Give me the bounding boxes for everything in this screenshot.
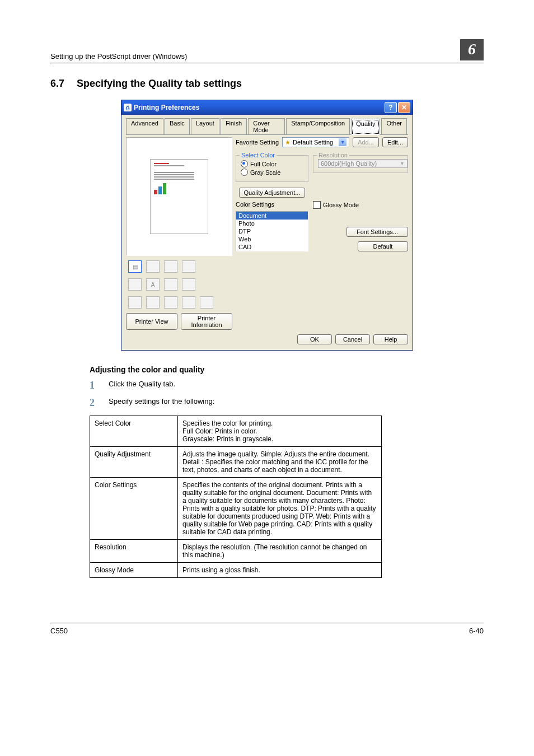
select-color-label: Select Color (240, 152, 277, 158)
gray-scale-radio[interactable]: Gray Scale (241, 169, 303, 176)
table-cell-key: Resolution (90, 540, 178, 563)
chapter-number: 6 (460, 39, 484, 60)
layout-thumb-7[interactable] (164, 278, 177, 291)
layout-thumb-9[interactable] (128, 296, 142, 309)
select-color-group: Select Color Full Color Gray Scale (236, 155, 308, 182)
chevron-down-icon: ▼ (400, 161, 405, 166)
cancel-button[interactable]: Cancel (335, 334, 370, 344)
layout-thumb-2[interactable] (146, 260, 160, 273)
printer-information-button[interactable]: Printer Information (181, 313, 232, 330)
list-item[interactable]: CAD (236, 243, 308, 251)
tab-cover-mode[interactable]: Cover Mode (248, 118, 285, 134)
titlebar-help-button[interactable]: ? (385, 102, 397, 113)
tab-quality[interactable]: Quality (351, 119, 380, 135)
subheading: Adjusting the color and quality (90, 365, 484, 374)
print-preview (126, 137, 232, 256)
layout-thumb-12[interactable] (182, 296, 195, 309)
footer-model: C550 (50, 627, 68, 635)
step-text: Click the Quality tab. (109, 380, 175, 391)
titlebar: ⎙ Printing Preferences ? ✕ (121, 100, 413, 115)
layout-thumb-3[interactable] (164, 260, 177, 273)
printer-view-button[interactable]: Printer View (126, 313, 177, 330)
tab-strip: Advanced Basic Layout Finish Cover Mode … (126, 118, 408, 135)
table-cell-key: Select Color (90, 416, 178, 447)
layout-thumb-6[interactable]: A (146, 278, 160, 291)
edit-favorite-button[interactable]: Edit... (382, 137, 408, 147)
tab-basic[interactable]: Basic (165, 118, 190, 134)
list-item[interactable]: Photo (236, 220, 308, 227)
table-row: Color Settings Specifies the contents of… (90, 478, 382, 540)
color-settings-label: Color Settings (236, 201, 274, 208)
full-color-radio[interactable]: Full Color (241, 160, 303, 167)
step-number: 1 (90, 380, 99, 391)
running-header: Setting up the PostScript driver (Window… (50, 52, 187, 60)
radio-icon (241, 160, 248, 167)
color-settings-listbox[interactable]: Document Photo DTP Web CAD (236, 211, 308, 251)
help-button[interactable]: Help (373, 334, 408, 344)
tab-finish[interactable]: Finish (221, 118, 247, 134)
font-settings-button[interactable]: Font Settings... (346, 227, 408, 237)
close-button[interactable]: ✕ (398, 102, 410, 113)
tab-advanced[interactable]: Advanced (126, 118, 163, 134)
list-item[interactable]: DTP (236, 227, 308, 235)
default-button[interactable]: Default (358, 241, 408, 251)
resolution-group: Resolution 600dpi(High Quality) ▼ (313, 155, 408, 173)
layout-thumb-11[interactable] (164, 296, 177, 309)
full-color-label: Full Color (250, 161, 277, 167)
section-number: 6.7 (50, 78, 64, 90)
table-row: Glossy Mode Prints using a gloss finish. (90, 563, 382, 578)
list-item[interactable]: Document (236, 212, 308, 220)
layout-thumb-1[interactable]: ▤ (128, 260, 142, 273)
glossy-mode-label: Glossy Mode (323, 202, 359, 208)
section-title: Specifying the Quality tab settings (77, 78, 242, 90)
table-row: Resolution Displays the resolution. (The… (90, 540, 382, 563)
quality-adjustment-button[interactable]: Quality Adjustment... (239, 188, 306, 198)
table-cell-val: Specifies the color for printing. Full C… (178, 416, 382, 447)
list-item[interactable]: Web (236, 235, 308, 243)
table-cell-val: Adjusts the image quality. Simple: Adjus… (178, 447, 382, 478)
dialog-title: Printing Preferences (134, 104, 199, 111)
table-cell-key: Glossy Mode (90, 563, 178, 578)
printer-icon: ⎙ (124, 104, 132, 111)
favorite-setting-value: Default Setting (293, 139, 333, 146)
add-favorite-button[interactable]: Add... (353, 137, 379, 147)
star-icon: ★ (285, 139, 291, 146)
resolution-label: Resolution (317, 152, 349, 158)
table-cell-val: Prints using a gloss finish. (178, 563, 382, 578)
table-cell-val: Specifies the contents of the original d… (178, 478, 382, 540)
ok-button[interactable]: OK (297, 334, 332, 344)
tab-stamp-composition[interactable]: Stamp/Composition (286, 118, 350, 134)
radio-icon (241, 169, 248, 176)
resolution-select: 600dpi(High Quality) ▼ (318, 159, 407, 168)
table-row: Quality Adjustment Adjusts the image qua… (90, 447, 382, 478)
checkbox-icon (313, 201, 321, 209)
step-text: Specify settings for the following: (109, 397, 214, 409)
gray-scale-label: Gray Scale (250, 169, 280, 176)
tab-other[interactable]: Other (381, 118, 407, 134)
layout-thumb-13[interactable] (200, 296, 213, 309)
settings-table: Select Color Specifies the color for pri… (90, 416, 382, 578)
table-cell-key: Quality Adjustment (90, 447, 178, 478)
chevron-down-icon: ▼ (339, 138, 346, 146)
table-cell-key: Color Settings (90, 478, 178, 540)
layout-thumb-10[interactable] (146, 296, 160, 309)
layout-thumb-8[interactable] (182, 278, 195, 291)
favorite-setting-label: Favorite Setting (236, 139, 279, 146)
glossy-mode-checkbox[interactable]: Glossy Mode (313, 201, 408, 209)
table-cell-val: Displays the resolution. (The resolution… (178, 540, 382, 563)
footer-page: 6-40 (469, 627, 484, 635)
step-number: 2 (90, 397, 99, 409)
layout-thumb-5[interactable] (128, 278, 142, 291)
tab-layout[interactable]: Layout (191, 118, 219, 134)
favorite-setting-select[interactable]: ★ Default Setting ▼ (282, 137, 349, 147)
layout-thumb-4[interactable] (182, 260, 195, 273)
table-row: Select Color Specifies the color for pri… (90, 416, 382, 447)
printing-preferences-dialog: ⎙ Printing Preferences ? ✕ Advanced Basi… (121, 100, 413, 351)
resolution-value: 600dpi(High Quality) (321, 160, 377, 167)
